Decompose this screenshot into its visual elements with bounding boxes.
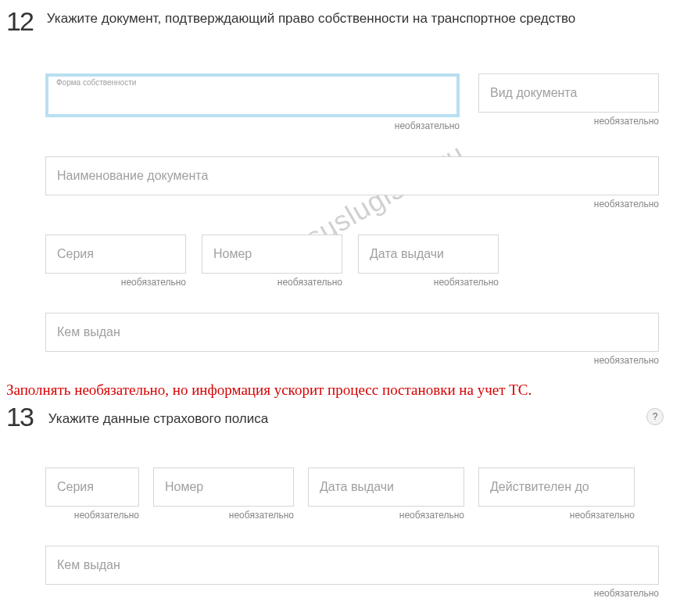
s13-issued-by-input[interactable] xyxy=(45,546,659,585)
section-12-number: 12 xyxy=(6,8,33,34)
section-12: 12 Укажите документ, подтверждающий прав… xyxy=(6,8,667,366)
doc-type-optional: необязательно xyxy=(478,116,659,127)
s12-series-input[interactable] xyxy=(45,235,186,274)
s12-number-optional: необязательно xyxy=(202,277,342,288)
s13-issued-by-optional: необязательно xyxy=(45,588,659,599)
row-series-number-date: необязательно необязательно необязательн… xyxy=(45,235,659,288)
s13-number-optional: необязательно xyxy=(153,510,294,521)
section-13-number: 13 xyxy=(6,403,33,430)
row-s13-issued-by: необязательно xyxy=(45,546,659,599)
doc-name-input[interactable] xyxy=(45,156,659,195)
s13-series-optional: необязательно xyxy=(45,510,139,521)
section-13-header: 13 Укажите данные страхового полиса ? xyxy=(6,403,667,430)
doc-type-input[interactable] xyxy=(478,73,659,113)
s13-valid-until-optional: необязательно xyxy=(478,510,635,521)
s12-issue-date-input[interactable] xyxy=(358,235,499,274)
row-doc-name: необязательно xyxy=(45,156,659,210)
row-ownership-doctype: Форма собственности необязательно необяз… xyxy=(45,73,659,131)
ownership-form-input[interactable] xyxy=(45,73,460,117)
annotation-note: Заполнять необязательно, но информация у… xyxy=(6,381,667,399)
s13-series-input[interactable] xyxy=(45,467,139,507)
row-s13-four: необязательно необязательно необязательн… xyxy=(45,467,659,521)
s12-number-input[interactable] xyxy=(202,235,342,274)
s13-issue-date-optional: необязательно xyxy=(308,510,464,521)
doc-name-optional: необязательно xyxy=(45,199,659,210)
s12-issue-date-optional: необязательно xyxy=(358,277,499,288)
row-s12-issued-by: необязательно xyxy=(45,313,659,366)
section-12-header: 12 Укажите документ, подтверждающий прав… xyxy=(6,8,667,34)
s13-valid-until-input[interactable] xyxy=(478,467,635,507)
s13-issue-date-input[interactable] xyxy=(308,467,464,507)
s12-issued-by-input[interactable] xyxy=(45,313,659,352)
section-13-title: Укажите данные страхового полиса xyxy=(48,410,268,428)
ownership-form-optional: необязательно xyxy=(45,120,460,131)
help-icon[interactable]: ? xyxy=(646,408,664,425)
s12-issued-by-optional: необязательно xyxy=(45,355,659,366)
s12-series-optional: необязательно xyxy=(45,277,186,288)
section-13: 13 Укажите данные страхового полиса ? не… xyxy=(6,403,667,599)
section-12-title: Укажите документ, подтверждающий право с… xyxy=(47,9,575,28)
s13-number-input[interactable] xyxy=(153,467,294,507)
